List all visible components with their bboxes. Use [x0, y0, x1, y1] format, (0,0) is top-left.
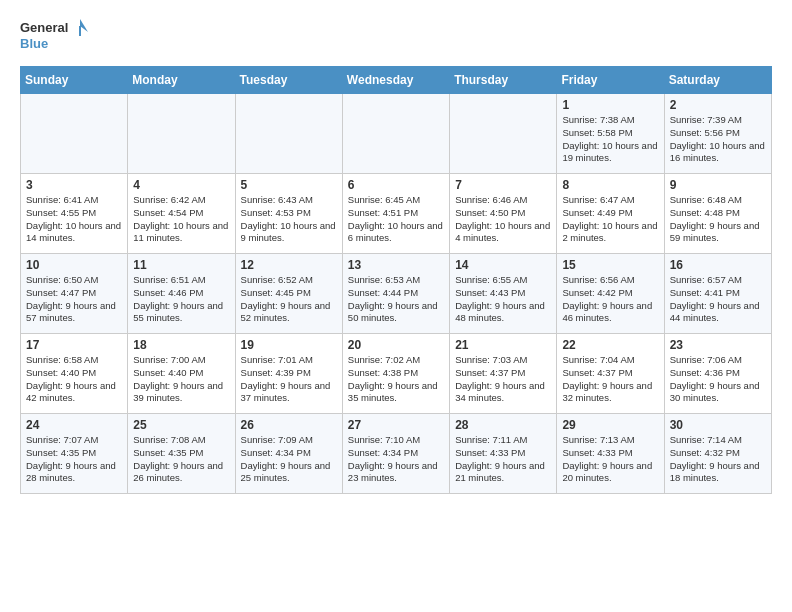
day-info: Sunrise: 7:14 AM Sunset: 4:32 PM Dayligh…: [670, 434, 766, 485]
calendar-cell: 18Sunrise: 7:00 AM Sunset: 4:40 PM Dayli…: [128, 334, 235, 414]
logo: General Blue: [20, 16, 90, 58]
day-info: Sunrise: 6:41 AM Sunset: 4:55 PM Dayligh…: [26, 194, 122, 245]
day-number: 10: [26, 258, 122, 272]
calendar-cell: [235, 94, 342, 174]
calendar-table: SundayMondayTuesdayWednesdayThursdayFrid…: [20, 66, 772, 494]
day-number: 9: [670, 178, 766, 192]
calendar-week-row: 1Sunrise: 7:38 AM Sunset: 5:58 PM Daylig…: [21, 94, 772, 174]
day-info: Sunrise: 6:53 AM Sunset: 4:44 PM Dayligh…: [348, 274, 444, 325]
day-info: Sunrise: 7:07 AM Sunset: 4:35 PM Dayligh…: [26, 434, 122, 485]
day-info: Sunrise: 6:50 AM Sunset: 4:47 PM Dayligh…: [26, 274, 122, 325]
day-number: 29: [562, 418, 658, 432]
day-info: Sunrise: 7:13 AM Sunset: 4:33 PM Dayligh…: [562, 434, 658, 485]
day-info: Sunrise: 6:55 AM Sunset: 4:43 PM Dayligh…: [455, 274, 551, 325]
day-info: Sunrise: 7:02 AM Sunset: 4:38 PM Dayligh…: [348, 354, 444, 405]
svg-text:Blue: Blue: [20, 36, 48, 51]
day-number: 16: [670, 258, 766, 272]
calendar-cell: 9Sunrise: 6:48 AM Sunset: 4:48 PM Daylig…: [664, 174, 771, 254]
calendar-cell: 26Sunrise: 7:09 AM Sunset: 4:34 PM Dayli…: [235, 414, 342, 494]
day-info: Sunrise: 7:03 AM Sunset: 4:37 PM Dayligh…: [455, 354, 551, 405]
day-info: Sunrise: 6:51 AM Sunset: 4:46 PM Dayligh…: [133, 274, 229, 325]
day-number: 26: [241, 418, 337, 432]
day-info: Sunrise: 6:42 AM Sunset: 4:54 PM Dayligh…: [133, 194, 229, 245]
day-number: 13: [348, 258, 444, 272]
calendar-cell: 5Sunrise: 6:43 AM Sunset: 4:53 PM Daylig…: [235, 174, 342, 254]
day-number: 15: [562, 258, 658, 272]
day-info: Sunrise: 6:46 AM Sunset: 4:50 PM Dayligh…: [455, 194, 551, 245]
header-friday: Friday: [557, 67, 664, 94]
day-number: 3: [26, 178, 122, 192]
calendar-header-row: SundayMondayTuesdayWednesdayThursdayFrid…: [21, 67, 772, 94]
calendar-cell: [21, 94, 128, 174]
day-number: 17: [26, 338, 122, 352]
day-number: 6: [348, 178, 444, 192]
calendar-cell: 30Sunrise: 7:14 AM Sunset: 4:32 PM Dayli…: [664, 414, 771, 494]
calendar-cell: 17Sunrise: 6:58 AM Sunset: 4:40 PM Dayli…: [21, 334, 128, 414]
day-info: Sunrise: 7:04 AM Sunset: 4:37 PM Dayligh…: [562, 354, 658, 405]
day-info: Sunrise: 7:06 AM Sunset: 4:36 PM Dayligh…: [670, 354, 766, 405]
calendar-cell: 13Sunrise: 6:53 AM Sunset: 4:44 PM Dayli…: [342, 254, 449, 334]
calendar-cell: 29Sunrise: 7:13 AM Sunset: 4:33 PM Dayli…: [557, 414, 664, 494]
day-info: Sunrise: 6:47 AM Sunset: 4:49 PM Dayligh…: [562, 194, 658, 245]
calendar-week-row: 24Sunrise: 7:07 AM Sunset: 4:35 PM Dayli…: [21, 414, 772, 494]
calendar-cell: 11Sunrise: 6:51 AM Sunset: 4:46 PM Dayli…: [128, 254, 235, 334]
day-number: 20: [348, 338, 444, 352]
day-number: 19: [241, 338, 337, 352]
calendar-cell: 1Sunrise: 7:38 AM Sunset: 5:58 PM Daylig…: [557, 94, 664, 174]
calendar-cell: 10Sunrise: 6:50 AM Sunset: 4:47 PM Dayli…: [21, 254, 128, 334]
day-info: Sunrise: 7:39 AM Sunset: 5:56 PM Dayligh…: [670, 114, 766, 165]
day-info: Sunrise: 7:01 AM Sunset: 4:39 PM Dayligh…: [241, 354, 337, 405]
calendar-cell: 4Sunrise: 6:42 AM Sunset: 4:54 PM Daylig…: [128, 174, 235, 254]
calendar-week-row: 3Sunrise: 6:41 AM Sunset: 4:55 PM Daylig…: [21, 174, 772, 254]
svg-text:General: General: [20, 20, 68, 35]
day-info: Sunrise: 6:58 AM Sunset: 4:40 PM Dayligh…: [26, 354, 122, 405]
day-number: 2: [670, 98, 766, 112]
day-number: 28: [455, 418, 551, 432]
calendar-cell: 28Sunrise: 7:11 AM Sunset: 4:33 PM Dayli…: [450, 414, 557, 494]
header-thursday: Thursday: [450, 67, 557, 94]
day-number: 5: [241, 178, 337, 192]
calendar-cell: 24Sunrise: 7:07 AM Sunset: 4:35 PM Dayli…: [21, 414, 128, 494]
day-info: Sunrise: 7:38 AM Sunset: 5:58 PM Dayligh…: [562, 114, 658, 165]
calendar-cell: 27Sunrise: 7:10 AM Sunset: 4:34 PM Dayli…: [342, 414, 449, 494]
day-number: 22: [562, 338, 658, 352]
calendar-cell: 12Sunrise: 6:52 AM Sunset: 4:45 PM Dayli…: [235, 254, 342, 334]
calendar-cell: 3Sunrise: 6:41 AM Sunset: 4:55 PM Daylig…: [21, 174, 128, 254]
day-number: 8: [562, 178, 658, 192]
day-info: Sunrise: 7:11 AM Sunset: 4:33 PM Dayligh…: [455, 434, 551, 485]
day-number: 23: [670, 338, 766, 352]
day-number: 25: [133, 418, 229, 432]
calendar-cell: 23Sunrise: 7:06 AM Sunset: 4:36 PM Dayli…: [664, 334, 771, 414]
calendar-cell: 8Sunrise: 6:47 AM Sunset: 4:49 PM Daylig…: [557, 174, 664, 254]
calendar-cell: 19Sunrise: 7:01 AM Sunset: 4:39 PM Dayli…: [235, 334, 342, 414]
header-saturday: Saturday: [664, 67, 771, 94]
calendar-cell: [128, 94, 235, 174]
day-number: 4: [133, 178, 229, 192]
day-info: Sunrise: 7:00 AM Sunset: 4:40 PM Dayligh…: [133, 354, 229, 405]
header-tuesday: Tuesday: [235, 67, 342, 94]
day-number: 30: [670, 418, 766, 432]
day-info: Sunrise: 6:48 AM Sunset: 4:48 PM Dayligh…: [670, 194, 766, 245]
day-number: 27: [348, 418, 444, 432]
day-number: 14: [455, 258, 551, 272]
calendar-week-row: 17Sunrise: 6:58 AM Sunset: 4:40 PM Dayli…: [21, 334, 772, 414]
calendar-cell: 7Sunrise: 6:46 AM Sunset: 4:50 PM Daylig…: [450, 174, 557, 254]
day-info: Sunrise: 6:43 AM Sunset: 4:53 PM Dayligh…: [241, 194, 337, 245]
calendar-cell: [450, 94, 557, 174]
calendar-cell: 6Sunrise: 6:45 AM Sunset: 4:51 PM Daylig…: [342, 174, 449, 254]
calendar-cell: 22Sunrise: 7:04 AM Sunset: 4:37 PM Dayli…: [557, 334, 664, 414]
day-number: 11: [133, 258, 229, 272]
logo-svg: General Blue: [20, 16, 90, 58]
day-number: 21: [455, 338, 551, 352]
day-number: 12: [241, 258, 337, 272]
header-wednesday: Wednesday: [342, 67, 449, 94]
day-info: Sunrise: 7:08 AM Sunset: 4:35 PM Dayligh…: [133, 434, 229, 485]
day-info: Sunrise: 6:45 AM Sunset: 4:51 PM Dayligh…: [348, 194, 444, 245]
calendar-cell: [342, 94, 449, 174]
page-header: General Blue: [20, 16, 772, 58]
day-number: 1: [562, 98, 658, 112]
calendar-week-row: 10Sunrise: 6:50 AM Sunset: 4:47 PM Dayli…: [21, 254, 772, 334]
calendar-cell: 15Sunrise: 6:56 AM Sunset: 4:42 PM Dayli…: [557, 254, 664, 334]
day-number: 7: [455, 178, 551, 192]
calendar-cell: 20Sunrise: 7:02 AM Sunset: 4:38 PM Dayli…: [342, 334, 449, 414]
